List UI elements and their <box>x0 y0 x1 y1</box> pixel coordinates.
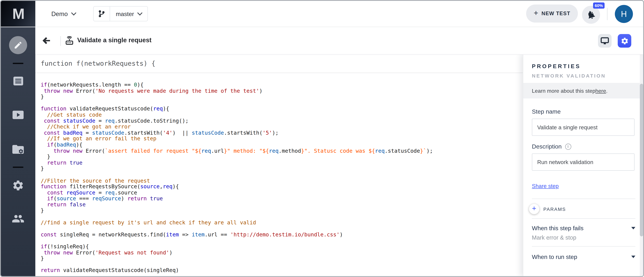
code-line: throw new Error('Request was not found') <box>41 250 523 256</box>
code-signature: function f(networkRequests) { <box>35 54 523 73</box>
top-bar: M Demo master + NEW TEST 60% H <box>1 1 643 27</box>
sidebar-item-editor[interactable] <box>1 36 35 54</box>
code-line <box>41 172 523 178</box>
back-button[interactable] <box>41 35 51 46</box>
properties-subtitle: NETWORK VALIDATION <box>532 73 643 79</box>
code-line <box>41 100 523 106</box>
code-line: return false <box>41 202 523 208</box>
sidebar-item-test-list[interactable] <box>1 76 35 86</box>
params-label: PARAMS <box>543 207 566 212</box>
sidebar-divider <box>13 63 24 64</box>
workspace: function f(networkRequests) { if(network… <box>35 54 643 276</box>
code-line: //If we got an error fail the step <box>41 136 523 142</box>
code-line: } <box>41 166 523 172</box>
section-label: When to run step <box>532 254 577 260</box>
code-line: } <box>41 154 523 160</box>
back-arrow-icon <box>41 35 51 46</box>
monitor-icon <box>600 37 609 45</box>
panel-divider <box>532 218 636 219</box>
plus-icon: + <box>534 9 538 18</box>
preview-button[interactable] <box>598 34 612 48</box>
new-test-label: NEW TEST <box>542 11 570 16</box>
code-line: if(badReq){ <box>41 142 523 148</box>
code-line: const statusCode = req.statusCode.toStri… <box>41 118 523 124</box>
add-param-button[interactable]: + PARAMS <box>529 204 643 214</box>
section-when-to-run[interactable]: When to run step <box>532 254 636 260</box>
code-line: function validateRequestStatuscode(req){ <box>41 106 523 112</box>
project-dropdown[interactable]: Demo <box>51 1 76 27</box>
logo-letter: M <box>12 5 24 22</box>
code-line: //find a single request by it's url and … <box>41 220 523 226</box>
sidebar-item-runs[interactable] <box>1 110 35 119</box>
panel-scrollbar <box>640 54 643 276</box>
code-line: //Check if we got an error <box>41 124 523 130</box>
description-input[interactable] <box>532 154 635 171</box>
caret-down-icon <box>631 256 636 258</box>
people-icon <box>12 213 25 224</box>
bell-icon <box>585 8 597 21</box>
info-icon[interactable]: i <box>565 143 571 150</box>
git-branch-icon <box>94 6 110 21</box>
nav-sidebar <box>1 27 35 276</box>
code-line: } <box>41 94 523 100</box>
network-step-icon <box>64 36 74 46</box>
code-line <box>41 214 523 220</box>
learn-more-link[interactable]: here <box>595 87 606 94</box>
sidebar-item-suites[interactable] <box>1 144 35 155</box>
folder-gear-icon <box>12 144 24 155</box>
section-when-step-fails[interactable]: When this step fails Mark error & stop <box>532 225 636 241</box>
header-divider <box>60 36 61 46</box>
panel-divider <box>532 199 636 199</box>
code-line: const reqSource = req.source <box>41 190 523 196</box>
sidebar-item-settings[interactable] <box>1 179 35 192</box>
code-line: return true <box>41 160 523 166</box>
gear-icon <box>12 179 24 192</box>
pencil-icon <box>9 36 27 54</box>
learn-more-banner: Learn more about this step here. <box>523 83 643 98</box>
step-name-input[interactable] <box>532 119 635 136</box>
chevron-down-icon <box>137 10 142 15</box>
testim-logo[interactable]: M <box>1 1 35 27</box>
code-line: if(networkRequests.length == 0){ <box>41 82 523 88</box>
gamification-badge: 60% <box>593 2 604 9</box>
chevron-down-icon <box>71 10 76 15</box>
panel-divider <box>532 246 636 247</box>
code-line: if(source === reqSource) return true <box>41 196 523 202</box>
code-line: throw new Error('No requests were made d… <box>41 88 523 94</box>
code-line: } <box>41 256 523 262</box>
learn-more-text: Learn more about this step <box>532 87 596 94</box>
new-test-button[interactable]: + NEW TEST <box>526 4 578 22</box>
code-line: } <box>41 208 523 214</box>
scrollbar-thumb[interactable] <box>640 84 643 236</box>
code-line: function filterReqestsBySource(source,re… <box>41 184 523 190</box>
code-line <box>41 226 523 232</box>
code-line: if(!singleReq){ <box>41 244 523 250</box>
code-editor[interactable]: function f(networkRequests) { if(network… <box>35 54 523 276</box>
code-line: //Get status code <box>41 112 523 118</box>
properties-title: PROPERTIES <box>532 63 643 69</box>
code-line: throw new Error(`assert failed for reque… <box>41 148 523 154</box>
branch-name: master <box>116 10 134 17</box>
avatar-initial: H <box>621 9 627 18</box>
code-line: const singleReq = networkRequests.find(i… <box>41 232 523 238</box>
share-step-link[interactable]: Share step <box>532 183 559 189</box>
sidebar-divider <box>13 167 24 168</box>
caret-down-icon <box>631 227 636 229</box>
step-header: Validate a single request <box>35 27 643 55</box>
code-line: const badReq = statusCode.startsWith('4'… <box>41 130 523 136</box>
properties-panel: PROPERTIES NETWORK VALIDATION Learn more… <box>523 54 643 276</box>
code-line: return validateRequestStatuscode(singleR… <box>41 268 523 274</box>
description-label: Description i <box>532 143 643 150</box>
section-value: Mark error & stop <box>532 234 636 241</box>
step-name-label: Step name <box>532 108 643 115</box>
user-avatar[interactable]: H <box>615 5 633 23</box>
gear-icon <box>620 37 628 45</box>
branch-selector[interactable]: master <box>93 6 148 21</box>
code-content[interactable]: if(networkRequests.length == 0){ throw n… <box>35 73 523 274</box>
code-line: //Filter the source of the request <box>41 178 523 184</box>
app-window: M Demo master + NEW TEST 60% H <box>0 0 644 277</box>
sidebar-item-team[interactable] <box>1 213 35 224</box>
plus-icon: + <box>529 204 539 214</box>
step-settings-button[interactable] <box>618 34 631 48</box>
topbar-divider <box>607 8 608 20</box>
